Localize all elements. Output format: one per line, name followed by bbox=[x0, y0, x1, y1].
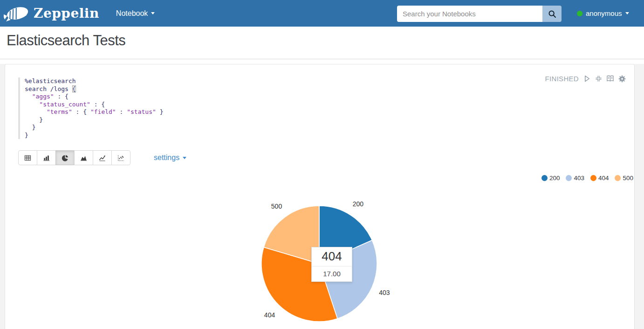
brand-name: Zeppelin bbox=[34, 6, 99, 21]
search-icon bbox=[548, 10, 556, 18]
user-menu[interactable]: anonymous bbox=[577, 0, 629, 27]
code-editor[interactable]: %elasticsearchsearch /logs { "aggs" : { … bbox=[18, 77, 307, 139]
legend-item-200[interactable]: 200 bbox=[541, 175, 560, 182]
slice-label-200: 200 bbox=[353, 200, 363, 208]
notebook-menu[interactable]: Notebook bbox=[116, 9, 155, 18]
shrink-icon bbox=[595, 75, 602, 82]
tab-bar-chart[interactable] bbox=[37, 150, 56, 165]
slice-label-500: 500 bbox=[271, 203, 282, 210]
line-chart-icon bbox=[99, 154, 106, 161]
tab-area-chart[interactable] bbox=[74, 150, 93, 165]
legend-label: 200 bbox=[549, 175, 560, 182]
tooltip-key: 404 bbox=[312, 247, 352, 266]
play-icon bbox=[583, 75, 591, 83]
table-icon bbox=[24, 154, 31, 161]
slice-label-404: 404 bbox=[264, 311, 275, 319]
run-paragraph-button[interactable] bbox=[583, 75, 591, 83]
scatter-chart-icon bbox=[117, 154, 124, 161]
chevron-down-icon bbox=[625, 12, 629, 14]
legend-dot bbox=[590, 175, 596, 181]
connection-status-dot bbox=[577, 11, 582, 16]
tooltip-value: 17.00 bbox=[312, 266, 352, 281]
tab-pie-chart[interactable] bbox=[55, 150, 75, 165]
chart-settings-toggle[interactable]: settings bbox=[154, 154, 186, 162]
paragraph-card: FINISHED %elasticsearchsearch /logs { "a… bbox=[5, 64, 635, 329]
collapse-paragraph-button[interactable] bbox=[595, 75, 602, 82]
legend-item-404[interactable]: 404 bbox=[590, 175, 609, 182]
settings-label: settings bbox=[154, 154, 179, 162]
gear-icon bbox=[618, 75, 626, 83]
bar-chart-icon bbox=[43, 154, 50, 161]
legend-item-403[interactable]: 403 bbox=[566, 175, 584, 182]
chevron-down-icon bbox=[151, 12, 155, 14]
paragraph-controls: FINISHED bbox=[545, 75, 626, 83]
visualization-toolbar: settings bbox=[18, 150, 627, 165]
paragraph-settings-button[interactable] bbox=[618, 75, 626, 83]
slice-label-403: 403 bbox=[379, 289, 390, 296]
chart-area: 200403404500 404 17.00 200403404500 bbox=[5, 169, 635, 329]
legend-label: 404 bbox=[598, 175, 609, 182]
legend-dot bbox=[615, 175, 621, 181]
chevron-down-icon bbox=[183, 157, 186, 159]
tab-table[interactable] bbox=[18, 150, 37, 165]
note-title-bar: Elasticsearch Tests ? default bbox=[0, 27, 644, 59]
paragraph-status: FINISHED bbox=[545, 75, 579, 83]
pie-tooltip: 404 17.00 bbox=[311, 247, 352, 282]
book-icon bbox=[606, 75, 614, 83]
chart-type-tabs bbox=[18, 150, 130, 165]
pie-chart-icon bbox=[62, 154, 69, 161]
search-input[interactable] bbox=[397, 6, 542, 22]
notebook-search bbox=[397, 6, 562, 22]
chart-legend: 200403404500 bbox=[541, 175, 633, 182]
area-chart-icon bbox=[80, 154, 87, 161]
legend-label: 500 bbox=[623, 175, 633, 182]
zeppelin-blimp-icon bbox=[4, 4, 30, 23]
legend-dot bbox=[566, 175, 572, 181]
editor-cursor bbox=[72, 85, 76, 92]
code-lines: %elasticsearchsearch /logs { "aggs" : { … bbox=[25, 77, 307, 139]
notebook-body: FINISHED %elasticsearchsearch /logs { "a… bbox=[0, 64, 644, 329]
show-editor-button[interactable] bbox=[606, 75, 614, 83]
tab-line-chart[interactable] bbox=[93, 150, 112, 165]
note-title[interactable]: Elasticsearch Tests bbox=[7, 32, 125, 49]
username-label: anonymous bbox=[586, 9, 622, 17]
legend-dot bbox=[541, 175, 548, 181]
search-button[interactable] bbox=[542, 6, 562, 22]
legend-item-500[interactable]: 500 bbox=[615, 175, 633, 182]
notebook-menu-label: Notebook bbox=[116, 9, 148, 18]
legend-label: 403 bbox=[574, 175, 584, 182]
tab-scatter-chart[interactable] bbox=[111, 150, 130, 165]
zeppelin-logo-brand[interactable]: Zeppelin bbox=[4, 4, 99, 23]
top-navbar: Zeppelin Notebook anonymous bbox=[0, 0, 644, 27]
